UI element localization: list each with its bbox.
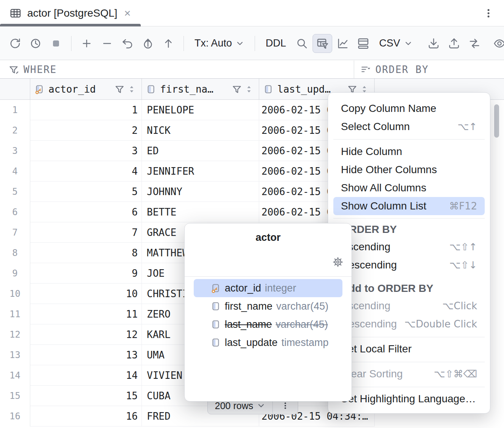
shortcut-hint: ⌥⇧↓ — [449, 259, 477, 271]
row-number[interactable]: 8 — [0, 243, 30, 263]
row-number[interactable]: 3 — [0, 141, 30, 161]
cell-actor-id[interactable]: 4 — [30, 161, 142, 181]
ddl-label: DDL — [266, 37, 286, 49]
row-number[interactable]: 6 — [0, 202, 30, 222]
shortcut-hint: ⌥↑ — [457, 121, 477, 132]
column-list-item-last-name[interactable]: last_name varchar(45) — [194, 315, 342, 333]
menu-item-add-ascending[interactable]: Ascending ⌥Click — [333, 297, 485, 315]
row-number[interactable]: 2 — [0, 120, 30, 141]
row-number[interactable]: 14 — [0, 365, 30, 386]
row-number[interactable]: 12 — [0, 324, 30, 345]
chart-icon — [336, 37, 349, 50]
cell-actor-id[interactable]: 15 — [30, 386, 142, 406]
column-name: actor_id — [225, 282, 261, 294]
filter-icon[interactable] — [114, 84, 125, 95]
cell-first-name[interactable]: ED — [142, 141, 259, 161]
cell-actor-id[interactable]: 9 — [30, 263, 142, 284]
export-format-dropdown[interactable]: CSV — [374, 34, 418, 53]
menu-item-clear-sorting[interactable]: Clear Sorting ⌥⇧⌘⌫ — [333, 365, 485, 383]
revert-button[interactable] — [118, 34, 137, 53]
commit-button[interactable] — [159, 34, 178, 53]
menu-item-show-all-columns[interactable]: Show All Columns — [333, 179, 485, 197]
cell-actor-id[interactable]: 14 — [30, 365, 142, 386]
cell-actor-id[interactable]: 2 — [30, 120, 142, 141]
filter-icon[interactable] — [232, 84, 242, 95]
sort-lines-icon — [360, 64, 371, 75]
refresh-icon — [9, 37, 22, 50]
delete-row-button[interactable] — [97, 34, 117, 53]
menu-item-select-column[interactable]: Select Column ⌥↑ — [333, 118, 485, 136]
refresh-button[interactable] — [5, 34, 25, 53]
active-tab-underline — [0, 24, 141, 26]
order-by-field[interactable]: ORDER BY — [354, 60, 504, 78]
column-list-item-actor-id[interactable]: actor_id integer — [194, 279, 342, 297]
vertical-scrollbar-thumb[interactable] — [494, 104, 499, 138]
sort-toggle-icon[interactable] — [246, 85, 252, 94]
menu-separator — [333, 218, 485, 219]
tab-options-kebab[interactable] — [482, 7, 495, 20]
export-button[interactable] — [444, 34, 464, 53]
import-button[interactable] — [424, 34, 443, 53]
menu-item-show-column-list[interactable]: Show Column List ⌘F12 — [333, 197, 485, 215]
swap-arrows-icon — [468, 37, 481, 50]
menu-item-add-descending[interactable]: Descending ⌥Double Click — [333, 315, 485, 333]
menu-item-copy-column-name[interactable]: Copy Column Name — [333, 99, 485, 118]
row-number[interactable]: 9 — [0, 263, 30, 284]
row-number-header[interactable] — [0, 79, 30, 99]
menu-item-hide-column[interactable]: Hide Column — [333, 143, 485, 161]
cell-actor-id[interactable]: 12 — [30, 324, 142, 345]
transfer-button[interactable] — [465, 34, 484, 53]
chart-button[interactable] — [333, 34, 353, 53]
stop-button[interactable] — [46, 34, 66, 53]
row-number[interactable]: 4 — [0, 161, 30, 181]
menu-separator — [333, 387, 485, 387]
menu-item-hide-other-columns[interactable]: Hide Other Columns — [333, 161, 485, 179]
column-header-first-name[interactable]: first_na… — [142, 79, 259, 99]
where-filter-field[interactable]: WHERE — [0, 64, 57, 75]
cell-actor-id[interactable]: 11 — [30, 304, 142, 324]
menu-item-sort-descending[interactable]: Descending ⌥⇧↓ — [333, 256, 485, 274]
menu-item-sort-ascending[interactable]: Ascending ⌥⇧↑ — [333, 238, 485, 256]
tx-mode-dropdown[interactable]: Tx: Auto — [189, 34, 249, 53]
row-number[interactable]: 13 — [0, 345, 30, 365]
row-number[interactable]: 5 — [0, 181, 30, 202]
cell-actor-id[interactable]: 3 — [30, 141, 142, 161]
popup-settings-button[interactable] — [332, 256, 344, 268]
row-number[interactable]: 7 — [0, 222, 30, 243]
find-button[interactable] — [292, 34, 312, 53]
cell-actor-id[interactable]: 1 — [30, 100, 142, 120]
menu-item-set-highlighting-language[interactable]: Set Highlighting Language… — [333, 390, 485, 408]
cell-actor-id[interactable]: 10 — [30, 284, 142, 304]
view-options-toggle[interactable] — [313, 34, 332, 53]
row-number[interactable]: 1 — [0, 100, 30, 120]
sort-toggle-icon[interactable] — [129, 85, 135, 94]
cell-first-name[interactable]: BETTE — [142, 202, 259, 222]
tab-actor-postgresql[interactable]: actor [PostgreSQL] × — [9, 0, 135, 26]
cell-actor-id[interactable]: 13 — [30, 345, 142, 365]
row-number[interactable]: 10 — [0, 284, 30, 304]
value-editor-button[interactable] — [353, 34, 373, 53]
cell-first-name[interactable]: JENNIFER — [142, 161, 259, 181]
cell-actor-id[interactable]: 8 — [30, 243, 142, 263]
column-context-menu: Copy Column Name Select Column ⌥↑ Hide C… — [328, 92, 490, 414]
ddl-button[interactable]: DDL — [260, 34, 291, 53]
preview-button[interactable] — [490, 34, 504, 53]
cell-actor-id[interactable]: 16 — [30, 406, 142, 426]
add-row-button[interactable] — [77, 34, 96, 53]
column-list-item-first-name[interactable]: first_name varchar(45) — [194, 297, 342, 315]
row-number[interactable]: 16 — [0, 406, 30, 426]
cell-first-name[interactable]: JOHNNY — [142, 181, 259, 202]
cell-first-name[interactable]: NICK — [142, 120, 259, 141]
cell-actor-id[interactable]: 5 — [30, 181, 142, 202]
cell-actor-id[interactable]: 7 — [30, 222, 142, 243]
row-number[interactable]: 11 — [0, 304, 30, 324]
auto-refresh-button[interactable] — [26, 34, 45, 53]
menu-item-set-local-filter[interactable]: Set Local Filter — [333, 340, 485, 358]
cell-first-name[interactable]: PENELOPE — [142, 100, 259, 120]
row-number[interactable]: 15 — [0, 386, 30, 406]
submit-button[interactable] — [138, 34, 158, 53]
cell-actor-id[interactable]: 6 — [30, 202, 142, 222]
column-list-item-last-update[interactable]: last_update timestamp — [194, 333, 342, 352]
column-header-actor-id[interactable]: actor_id — [30, 79, 142, 99]
close-icon[interactable]: × — [123, 8, 132, 19]
